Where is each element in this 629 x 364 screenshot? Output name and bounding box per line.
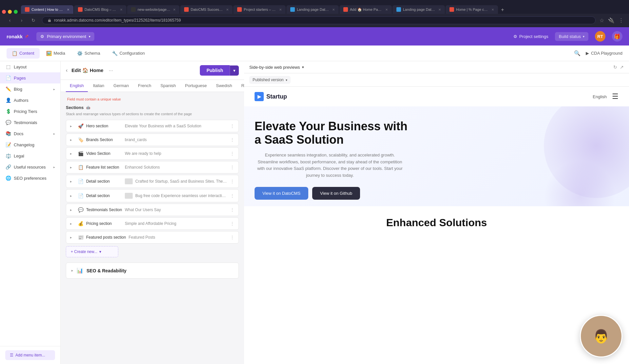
tab-datocms-blog[interactable]: DatoCMS Blog – Da... ✕ (74, 5, 126, 14)
publish-button[interactable]: Publish (200, 65, 230, 76)
tab-close-btn[interactable]: ✕ (332, 8, 335, 11)
section-item-detail1[interactable]: ▸ 📄 Detail section Crafted for Startup, … (66, 175, 239, 188)
tab-close-btn[interactable]: ✕ (385, 8, 388, 11)
maximize-window-btn[interactable] (14, 10, 18, 14)
refresh-icon[interactable]: ↻ (613, 64, 617, 70)
close-window-btn[interactable] (2, 10, 6, 14)
section-item-pricing[interactable]: ▸ 💰 Pricing section Simple and Affordabl… (66, 217, 239, 230)
extension-icon[interactable]: 🔌 (608, 17, 615, 24)
create-new-button[interactable]: + Create new... ▾ (66, 246, 118, 257)
sidebar-item-changelog[interactable]: 📝 Changelog (0, 139, 60, 150)
bookmark-icon[interactable]: ☆ (600, 17, 604, 24)
sidebar-item-legal[interactable]: ⚖️ Legal (0, 150, 60, 161)
tab-close-btn[interactable]: ✕ (438, 8, 441, 11)
settings-icon: ⚙ (513, 34, 517, 39)
sidebar-item-useful-resources[interactable]: 🔗 Useful resources ▸ (0, 161, 60, 173)
open-external-icon[interactable]: ↗ (620, 64, 624, 70)
section-more-btn[interactable]: ⋮ (230, 193, 235, 198)
hero-primary-btn[interactable]: View it on DatoCMS (255, 187, 308, 200)
new-tab-button[interactable]: + (499, 6, 506, 14)
more-options-btn[interactable]: ⋯ (109, 68, 113, 73)
tab-close-btn[interactable]: ✕ (120, 8, 123, 11)
tab-homepage[interactable]: Add 🏠 Home Page... ✕ (339, 5, 392, 14)
section-item-feature-list[interactable]: ▸ 📋 Feature list section Enhanced Soluti… (66, 161, 239, 173)
lang-german-label: German (113, 83, 129, 88)
sidebar-item-pricing-tiers[interactable]: 💲 Pricing Tiers (0, 106, 60, 117)
tab-content-how-to-dat[interactable]: Content | How to Dat ✕ (21, 5, 73, 14)
preview-dropdown-icon[interactable]: ▾ (302, 65, 304, 69)
section-more-btn[interactable]: ⋮ (230, 137, 235, 142)
section-item-hero[interactable]: ▸ 🚀 Hero section Elevate Your Business w… (66, 120, 239, 132)
lang-tab-russian[interactable]: Russian (237, 80, 244, 92)
tab-github[interactable]: new-website/pages... ✕ (127, 5, 180, 14)
sidebar-seo-label: SEO preferences (14, 176, 47, 181)
add-menu-icon: ☰ (10, 353, 13, 357)
sidebar-item-layout[interactable]: ⬚ Layout (0, 61, 60, 72)
tab-success[interactable]: DatoCMS Success... ✕ (180, 5, 233, 14)
tab-close-btn[interactable]: ✕ (279, 8, 282, 11)
tab-pagecol[interactable]: Home | % Page col... ✕ (446, 5, 498, 14)
section-more-btn[interactable]: ⋮ (230, 207, 235, 212)
nav-schema[interactable]: ⚙️ Schema (72, 48, 105, 59)
hero-secondary-btn[interactable]: View it on Github (312, 187, 360, 200)
version-selector[interactable]: Published version ▾ (249, 76, 291, 84)
minimize-window-btn[interactable] (8, 10, 12, 14)
tab-close-btn[interactable]: ✕ (226, 8, 229, 11)
sidebar-item-blog[interactable]: ✏️ Blog ▸ (0, 83, 60, 95)
menu-icon[interactable]: ⋮ (619, 17, 624, 24)
section-more-btn[interactable]: ⋮ (230, 165, 235, 170)
section-more-btn[interactable]: ⋮ (230, 123, 235, 129)
section-name: Detail section (86, 179, 122, 184)
lang-tab-italian[interactable]: Italian (89, 80, 108, 92)
sidebar-item-seo[interactable]: 🌐 SEO preferences (0, 173, 60, 184)
tab-close-btn[interactable]: ✕ (67, 8, 69, 11)
section-more-btn[interactable]: ⋮ (230, 221, 235, 226)
tab-starters[interactable]: Project starters – Fr... ✕ (233, 5, 286, 14)
tab-landing1[interactable]: Landing page Dato... ✕ (286, 5, 339, 14)
nav-content[interactable]: 📋 Content (7, 48, 40, 59)
lang-tab-german[interactable]: German (109, 80, 133, 92)
lang-tab-swedish[interactable]: Swedish (212, 80, 236, 92)
lang-tab-english[interactable]: English (66, 80, 88, 92)
lang-tab-french[interactable]: French (134, 80, 155, 92)
editor-title: Edit 🏠 Home (71, 67, 103, 73)
seo-section[interactable]: ▸ 📊 SEO & Readability (66, 263, 239, 279)
add-menu-item-button[interactable]: ☰ Add menu item... (5, 350, 55, 360)
sidebar-item-testimonials[interactable]: 💬 Testimonials (0, 117, 60, 128)
preview-title-text: Side-by-side web previews (249, 65, 300, 70)
section-item-brands[interactable]: ▸ 🏷️ Brands Section brand_cards ⋮ (66, 134, 239, 146)
nav-media[interactable]: 🖼️ Media (41, 48, 70, 59)
hamburger-icon[interactable]: ☰ (612, 92, 619, 101)
project-settings-btn[interactable]: ⚙ Project settings (513, 34, 548, 39)
sidebar-item-docs[interactable]: 📚 Docs ▸ (0, 128, 60, 139)
section-item-detail2[interactable]: ▸ 📄 Detail section Bug free code Experie… (66, 189, 239, 202)
tab-landing2[interactable]: Landing page Dato... ✕ (392, 5, 445, 14)
address-input[interactable]: ronakk.admin.datocms.com/editor/item_typ… (42, 16, 596, 24)
sidebar-item-pages[interactable]: 📄 Pages (0, 72, 60, 83)
section-item-featured-posts[interactable]: ▸ 📰 Featured posts section Featured Post… (66, 231, 239, 244)
cda-playground-btn[interactable]: ▶ CDA Playground (586, 51, 622, 56)
nav-configuration[interactable]: 🔧 Configuration (107, 48, 150, 59)
back-button[interactable]: ‹ (5, 16, 14, 25)
sections-header: Sections 🤖 (66, 105, 239, 110)
lang-tab-portuguese[interactable]: Portuguese (181, 80, 211, 92)
tab-close-btn[interactable]: ✕ (173, 8, 176, 11)
environment-selector[interactable]: ⚙ Primary environment ▾ (36, 32, 94, 41)
section-more-btn[interactable]: ⋮ (230, 151, 235, 156)
publish-dropdown-btn[interactable]: ▾ (230, 65, 239, 76)
section-item-video[interactable]: ▸ 🎬 Video Section We are ready to help ⋮ (66, 147, 239, 160)
build-status-btn[interactable]: Build status ▾ (555, 32, 588, 41)
back-button[interactable]: ‹ (66, 67, 67, 73)
section-more-btn[interactable]: ⋮ (230, 235, 235, 240)
section-more-btn[interactable]: ⋮ (230, 179, 235, 184)
section-item-testimonials[interactable]: ▸ 💬 Testimonials Section What Our Users … (66, 204, 239, 216)
search-button[interactable]: 🔍 (574, 50, 581, 56)
reload-button[interactable]: ↻ (29, 16, 38, 25)
gift-icon-btn[interactable]: 🎁 (612, 31, 622, 42)
sidebar-item-authors[interactable]: 👤 Authors (0, 95, 60, 106)
tab-close-btn[interactable]: ✕ (491, 8, 494, 11)
lang-tab-spanish[interactable]: Spanish (157, 80, 180, 92)
sidebar-blog-label: Blog (14, 87, 22, 92)
user-avatar[interactable]: RT (595, 31, 605, 42)
forward-button[interactable]: › (17, 16, 26, 25)
